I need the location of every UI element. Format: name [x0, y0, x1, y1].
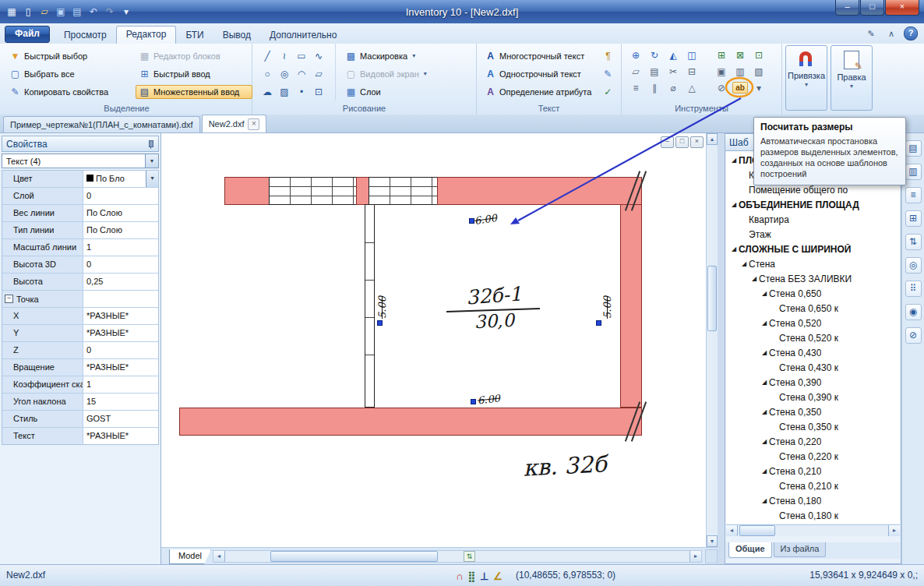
tree-item[interactable]: Квартира: [726, 212, 900, 227]
trim-icon[interactable]: ✂: [669, 66, 677, 77]
pan-toggle-icon[interactable]: ⇅: [464, 551, 475, 562]
tree-item[interactable]: ◢Стена 0,520: [726, 316, 900, 330]
copy-with-point-icon[interactable]: ⊠: [736, 50, 744, 61]
app-icon[interactable]: ▦: [5, 5, 19, 19]
ellipse-icon[interactable]: ◎: [280, 69, 288, 79]
expanded-icon[interactable]: ◢: [760, 290, 769, 297]
draw-order-icon[interactable]: ▧: [754, 66, 763, 77]
expanded-icon[interactable]: ◢: [760, 349, 769, 356]
tree-item[interactable]: Стена 0,210 к: [726, 478, 900, 493]
spline-icon[interactable]: ∿: [315, 51, 323, 62]
wall-right[interactable]: [620, 204, 642, 408]
revcloud-icon[interactable]: ☁: [263, 86, 272, 97]
polyline-icon[interactable]: ≀: [283, 51, 287, 62]
dimension-text-bottom[interactable]: 6.00: [477, 393, 500, 407]
copy-properties-button[interactable]: ✎Копировать свойства: [6, 85, 136, 99]
chevron-down-icon[interactable]: ▾: [146, 171, 158, 187]
arc-icon[interactable]: ◠: [298, 69, 305, 79]
window-symbol[interactable]: [269, 177, 357, 205]
wall-top-segment[interactable]: [356, 177, 369, 205]
new-file-icon[interactable]: ▯: [21, 5, 35, 19]
scroll-left-icon[interactable]: ◂: [213, 551, 225, 562]
expanded-icon[interactable]: ◢: [760, 319, 769, 327]
point-icon[interactable]: •: [300, 86, 303, 97]
tab-view[interactable]: Просмотр: [55, 27, 116, 44]
quick-select-button[interactable]: ▼Быстрый выбор: [6, 49, 136, 63]
dock-sheets-icon[interactable]: ▥: [905, 164, 922, 180]
wall-bottom[interactable]: [179, 408, 642, 436]
dock-grid-icon[interactable]: ⠿: [905, 281, 922, 297]
scroll-left-icon[interactable]: ◂: [726, 525, 738, 536]
tree-item[interactable]: ◢СЛОЖНЫЕ С ШИРИНОЙ: [726, 242, 900, 256]
maximize-button[interactable]: □: [860, 0, 884, 16]
property-value[interactable]: 1: [83, 239, 158, 256]
tab-from-file[interactable]: Из файла: [774, 542, 827, 557]
expanded-icon[interactable]: ◢: [729, 157, 739, 164]
tools-more-dropdown[interactable]: ▾: [756, 83, 761, 94]
attribute-def-button[interactable]: AОпределение атрибута: [481, 85, 594, 99]
selection-grip[interactable]: [469, 218, 474, 224]
align-icon[interactable]: ◫: [687, 50, 696, 61]
scrollbar-thumb[interactable]: [739, 525, 775, 536]
expanded-icon[interactable]: ◢: [760, 468, 769, 475]
isolate-icon[interactable]: ⊘: [718, 83, 725, 94]
pin-icon[interactable]: [146, 139, 154, 149]
close-button[interactable]: ×: [885, 0, 919, 16]
tree-item[interactable]: ◢Стена 0,180: [726, 493, 900, 508]
close-tab-icon[interactable]: ×: [248, 118, 259, 130]
tree-item[interactable]: ◢Стена 0,390: [726, 375, 900, 390]
tree-item[interactable]: ◢Стена 0,350: [726, 404, 900, 419]
property-value[interactable]: [83, 291, 158, 307]
region-icon[interactable]: ▱: [315, 69, 322, 79]
quick-input-button[interactable]: ⊞Быстрый ввод: [136, 67, 252, 81]
property-value[interactable]: По Слою: [83, 205, 158, 221]
tab-additional[interactable]: Дополнительно: [260, 27, 346, 44]
tree-item[interactable]: Стена 0,650 к: [726, 301, 900, 316]
collapse-ribbon-icon[interactable]: ∧: [883, 27, 899, 41]
tab-common[interactable]: Общие: [728, 542, 772, 558]
select-all-button[interactable]: ▢Выбрать все: [6, 67, 136, 81]
redo-icon[interactable]: ↷: [103, 5, 117, 19]
edit-button[interactable]: ✎ Правка ▾: [831, 45, 873, 111]
tree-item[interactable]: Стена 0,390 к: [726, 390, 900, 404]
tree-item[interactable]: Стена 0,180 к: [726, 508, 900, 523]
grid-dots-icon[interactable]: ⣿: [467, 570, 475, 582]
property-value[interactable]: 15: [83, 394, 158, 410]
property-value[interactable]: 0: [83, 256, 158, 273]
tab-file[interactable]: Файл: [5, 26, 50, 43]
qat-dropdown-icon[interactable]: ▾: [119, 5, 133, 19]
selection-type-combo[interactable]: Текст (4) ▾: [2, 154, 159, 168]
tab-bti[interactable]: БТИ: [176, 27, 213, 44]
multi-input-button[interactable]: ▤Множественный ввод: [136, 85, 252, 99]
tree-item[interactable]: Стена 0,430 к: [726, 360, 900, 375]
dock-target-icon[interactable]: ◎: [905, 257, 922, 274]
minimize-button[interactable]: –: [835, 0, 859, 16]
tab-editor[interactable]: Редактор: [116, 26, 177, 44]
rotate-icon[interactable]: ↻: [651, 50, 658, 61]
document-tab-new2[interactable]: New2.dxf ×: [202, 115, 267, 132]
expanded-icon[interactable]: ◢: [760, 497, 769, 504]
tree-item[interactable]: ◢ОБЪЕДИНЕНИЕ ПЛОЩАД: [726, 197, 900, 212]
pedit-icon[interactable]: ≡: [633, 83, 638, 94]
copy-to-clipboard-icon[interactable]: ⊞: [718, 50, 725, 61]
diameter-icon[interactable]: ⌀: [670, 83, 675, 94]
snap-magnet-icon[interactable]: ∩: [456, 570, 463, 582]
templates-scrollbar[interactable]: ◂ ▸: [726, 524, 900, 536]
calculate-dimensions-button[interactable]: ab: [732, 82, 748, 94]
wall-top-segment[interactable]: [224, 177, 270, 205]
scroll-right-icon[interactable]: ▸: [689, 551, 701, 562]
property-value[interactable]: 0,25: [83, 274, 158, 290]
ortho-icon[interactable]: ⊥: [480, 570, 488, 582]
snap-button[interactable]: Привязка ▾: [785, 45, 827, 111]
parallel-icon[interactable]: ∥: [652, 83, 657, 94]
layers-button[interactable]: ▦Слои: [342, 85, 430, 99]
customize-icon[interactable]: ✎: [863, 27, 879, 41]
protractor-icon[interactable]: ∠: [493, 570, 503, 582]
dimension-text-right[interactable]: 5.00: [601, 296, 613, 319]
scale-icon[interactable]: △: [688, 83, 695, 94]
drawing-canvas[interactable]: – □ × 6.00 5.00: [161, 133, 706, 547]
open-file-icon[interactable]: ▱: [37, 5, 51, 19]
tab-output[interactable]: Вывод: [213, 27, 260, 44]
extend-icon[interactable]: ⊟: [688, 66, 696, 77]
tree-item[interactable]: Стена 0,520 к: [726, 330, 900, 345]
